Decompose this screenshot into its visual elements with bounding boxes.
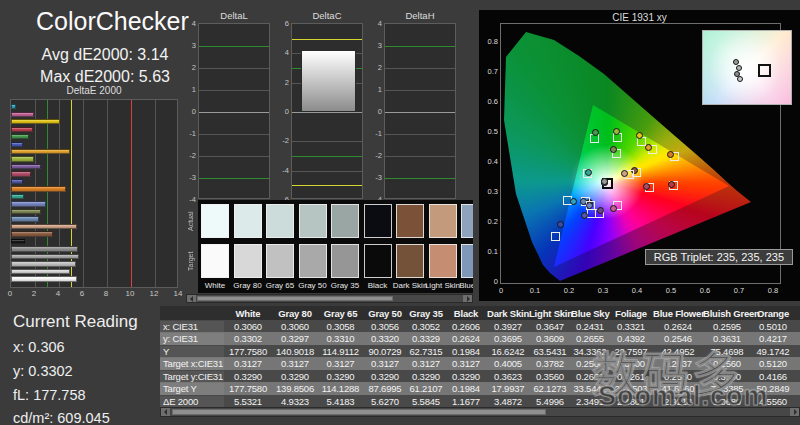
- cell-light-skin-r6: 5.4996: [529, 396, 571, 407]
- cell-dark-skin-r4: 0.3623: [487, 371, 529, 382]
- swatch-target-gray-65[interactable]: [266, 244, 294, 278]
- swatch-actual-white[interactable]: [201, 204, 229, 238]
- cell-black-r4: 0.3290: [445, 371, 487, 382]
- deltachart-title-deltal: DeltaL: [190, 10, 278, 21]
- bar-moderate-red: [11, 171, 31, 176]
- cell-bluish-green-r4: 0.3590: [703, 371, 751, 382]
- column-header-gray-35: Gray 35: [407, 308, 445, 319]
- cell-orange-r4: 0.4166: [751, 371, 795, 382]
- cie-x-tick-label: 0.5: [663, 286, 679, 295]
- cie-measured-purple: [597, 207, 604, 214]
- swatch-target-white[interactable]: [201, 244, 229, 278]
- limit-line: [292, 156, 363, 157]
- y-tick-label: 4: [369, 19, 382, 28]
- swatch-scroll-left-button[interactable]: [187, 295, 196, 302]
- x-tick-label: 4: [48, 289, 68, 298]
- swatch-target-gray-80[interactable]: [234, 244, 262, 278]
- y-tick-label: -4: [276, 166, 289, 175]
- cie-measured-blue-flower: [586, 202, 593, 209]
- cell-dark-skin-r2: 16.6242: [487, 346, 529, 357]
- column-header-light-skin: Light Skin: [529, 308, 571, 319]
- y-tick-label: 1: [369, 85, 382, 94]
- grid-line: [292, 171, 363, 172]
- table-scrollbar[interactable]: [160, 407, 800, 417]
- swatch-grid: WhiteGray 80Gray 65Gray 50Gray 35BlackDa…: [198, 200, 473, 293]
- column-header-gray-65: Gray 65: [318, 308, 363, 319]
- y-tick-label: -2: [183, 151, 196, 160]
- cell-gray-50-r1: 0.3320: [363, 333, 407, 344]
- table-row-target-y-cie31: Target y:CIE310.32900.32900.32900.32900.…: [160, 370, 800, 382]
- bar-yellow: [11, 119, 60, 124]
- swatch-scrollbar[interactable]: [186, 294, 473, 303]
- grid-line: [385, 134, 456, 135]
- cie-x-tick-label: 0.7: [731, 286, 747, 295]
- cell-bluish-green-r5: 74.3385: [703, 383, 751, 394]
- swatch-scrollbar-thumb[interactable]: [197, 296, 393, 301]
- cell-gray-80-r4: 0.3290: [272, 371, 318, 382]
- swatch-target-gray-50[interactable]: [299, 244, 327, 278]
- table-scrollbar-thumb[interactable]: [172, 409, 546, 415]
- cell-light-skin-r0: 0.3647: [529, 321, 571, 332]
- bar-dark-skin: [11, 231, 53, 236]
- row-label: ΔE 2000: [160, 396, 224, 407]
- cell-gray-65-r0: 0.3058: [318, 321, 363, 332]
- cell-foliage-r2: 22.7597: [609, 346, 653, 357]
- cell-gray-35-r1: 0.3329: [407, 333, 445, 344]
- table-scroll-left-button[interactable]: [161, 408, 170, 416]
- bar-light-skin: [11, 224, 77, 229]
- swatch-scroll-right-button[interactable]: [463, 295, 472, 302]
- y-tick-label: 4: [183, 19, 196, 28]
- cie-panel: CIE 1931 xy 0.80.70.60.50.40.30.20.1000.…: [479, 10, 800, 301]
- cie-x-tick-label: 0.4: [629, 286, 645, 295]
- reading-cdm2: cd/m²: 609.045: [13, 410, 110, 425]
- cell-gray-35-r2: 62.7315: [407, 346, 445, 357]
- cie-x-tick-label: 0: [493, 286, 509, 295]
- cell-gray-80-r2: 140.9018: [272, 346, 318, 357]
- cie-y-tick-label: 0.4: [482, 157, 498, 166]
- swatch-actual-blue-sky[interactable]: [461, 204, 473, 238]
- swatch-actual-black[interactable]: [364, 204, 392, 238]
- swatch-target-black[interactable]: [364, 244, 392, 278]
- grid-line: [199, 90, 270, 91]
- column-header-dark-skin: Dark Skin: [487, 308, 529, 319]
- cell-gray-35-r5: 61.2107: [407, 383, 445, 394]
- table-row-target-x-cie31: Target x:CIE310.31270.31270.31270.31270.…: [160, 357, 800, 369]
- swatch-actual-gray-65[interactable]: [266, 204, 294, 238]
- swatch-actual-dark-skin[interactable]: [396, 204, 424, 238]
- table-scroll-right-button[interactable]: [790, 408, 799, 416]
- cell-orange-r0: 0.5010: [751, 321, 795, 332]
- cell-bluish-green-r2: 75.4698: [703, 346, 751, 357]
- x-tick-label: 8: [96, 289, 116, 298]
- cie-y-tick-label: 0.7: [482, 67, 498, 76]
- page-title: ColorChecker: [36, 7, 189, 36]
- bar-foliage: [11, 209, 41, 214]
- y-tick-label: -3: [369, 173, 382, 182]
- cie-measured-blue: [557, 221, 564, 228]
- cie-x-tick-label: 0.3: [595, 286, 611, 295]
- table-row-x-cie31: x: CIE310.30600.30600.30580.30560.30520.…: [160, 320, 800, 332]
- bar-bluish-green: [11, 194, 24, 199]
- bar-cyan: [11, 104, 16, 109]
- reading-y: y: 0.3302: [13, 363, 73, 379]
- swatch-target-light-skin[interactable]: [429, 244, 457, 278]
- limit-line: [385, 46, 456, 47]
- cell-black-r3: 0.3127: [445, 358, 487, 369]
- swatch-target-dark-skin[interactable]: [396, 244, 424, 278]
- grid-line: [199, 134, 270, 135]
- cie-y-tick-label: 0.3: [482, 187, 498, 196]
- cie-measured-light-skin: [621, 170, 628, 177]
- swatch-actual-gray-35[interactable]: [331, 204, 359, 238]
- bars-holder: [11, 102, 177, 282]
- swatch-actual-gray-80[interactable]: [234, 204, 262, 238]
- swatch-target-blue-sky[interactable]: [461, 244, 473, 278]
- x-tick-label: 12: [144, 289, 164, 298]
- bar-black: [11, 239, 25, 244]
- swatch-actual-gray-50[interactable]: [299, 204, 327, 238]
- swatch-target-gray-35[interactable]: [331, 244, 359, 278]
- cell-blue-flower-r0: 0.2624: [653, 321, 703, 332]
- swatch-actual-light-skin[interactable]: [429, 204, 457, 238]
- y-tick-label: 3: [183, 41, 196, 50]
- limit-line: [199, 178, 270, 179]
- cell-white-r6: 5.5321: [224, 396, 272, 407]
- cell-foliage-r0: 0.3321: [609, 321, 653, 332]
